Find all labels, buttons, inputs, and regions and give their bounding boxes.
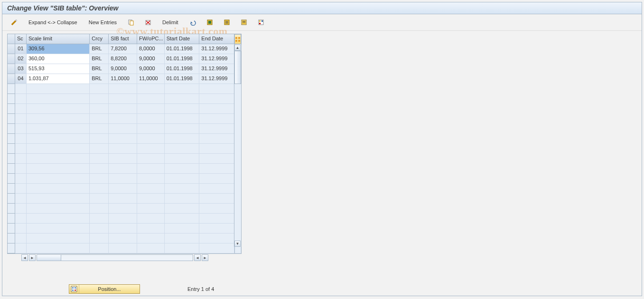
row-selector[interactable] [8,174,15,184]
row-selector[interactable] [8,224,15,234]
table-row [8,124,241,134]
cell-sib-fact: 9,0000 [109,64,137,74]
cell-sc: 02 [15,54,27,64]
cell-scale-limit[interactable]: 1.031,87 [27,74,90,84]
table-row[interactable]: 041.031,87BRL11,000011,000001.01.199831.… [8,74,241,84]
svg-rect-25 [75,287,76,289]
row-selector[interactable] [8,44,15,54]
svg-rect-17 [261,20,263,22]
row-selector[interactable] [8,124,15,134]
col-header-crcy[interactable]: Crcy [90,34,109,44]
new-entries-button[interactable]: New Entries [84,17,121,28]
row-selector[interactable] [8,84,15,94]
row-selector[interactable] [8,104,15,114]
table-row [8,94,241,104]
cell-scale-limit[interactable]: 515,93 [27,64,90,74]
col-header-sc[interactable]: Sc [15,34,27,44]
cell-end-date: 31.12.9999 [199,74,234,84]
cell-crcy: BRL [90,74,109,84]
svg-rect-16 [259,20,261,22]
cell-sib-fact: 8,8200 [109,54,137,64]
horizontal-scrollbar[interactable]: ◄ ► ◄ ► [7,254,242,262]
table-row [8,154,241,164]
cell-crcy: BRL [90,54,109,64]
row-selector[interactable] [8,204,15,214]
cell-end-date: 31.12.9999 [199,44,234,54]
row-selector[interactable] [8,214,15,224]
toolbar: Expand <-> Collapse New Entries Delimit [2,14,642,31]
deselect-all-icon[interactable] [237,17,251,28]
app-window: Change View "SIB table": Overview ©www.t… [2,2,642,296]
cell-start-date: 01.01.1998 [165,54,200,64]
position-icon [69,285,79,293]
table-row [8,243,241,253]
table-row[interactable]: 02360,00BRL8,82009,000001.01.199831.12.9… [8,54,241,64]
row-selector[interactable] [8,184,15,194]
cell-fw-opc: 9,0000 [137,54,165,64]
cell-crcy: BRL [90,64,109,74]
table-row [8,134,241,144]
toggle-edit-icon[interactable] [7,17,21,28]
row-selector[interactable] [8,144,15,154]
col-header-scale-limit[interactable]: Scale limit [27,34,90,44]
svg-rect-19 [235,37,237,39]
cell-sib-fact: 7,8200 [109,44,137,54]
scroll-right-end-icon[interactable]: ► [202,254,208,261]
row-selector[interactable] [8,234,15,243]
svg-rect-26 [72,290,74,291]
delimit-button[interactable]: Delimit [158,17,183,28]
vertical-scrollbar[interactable]: ▲ ▼ [234,45,241,247]
row-selector[interactable] [8,154,15,164]
row-selector[interactable] [8,94,15,104]
table-row[interactable]: 01309,56BRL7,82008,000001.01.199831.12.9… [8,44,241,54]
cell-start-date: 01.01.1998 [165,64,200,74]
svg-rect-27 [75,290,76,291]
select-all-icon[interactable] [203,17,217,28]
configuration-icon[interactable] [254,17,268,28]
page-title: Change View "SIB table": Overview [2,2,642,14]
svg-rect-21 [235,40,237,42]
table-settings-icon[interactable] [234,34,241,44]
col-header-end-date[interactable]: End Date [199,34,234,44]
row-selector[interactable] [8,74,15,84]
scroll-up-icon[interactable]: ▲ [234,45,241,51]
table-wrapper: Sc Scale limit Crcy SIB fact FW/oPC... S… [7,34,242,262]
row-selector[interactable] [8,164,15,174]
row-selector[interactable] [8,194,15,204]
position-button[interactable]: Position... [69,284,140,294]
scroll-left-end-icon[interactable]: ◄ [194,254,201,261]
header-selector[interactable] [8,34,15,44]
svg-rect-24 [72,287,74,289]
col-header-fw-opc[interactable]: FW/oPC... [137,34,165,44]
scroll-down-icon[interactable]: ▼ [234,241,241,247]
row-selector[interactable] [8,114,15,124]
table-row [8,84,241,94]
cell-sc: 03 [15,64,27,74]
scroll-left-icon[interactable]: ◄ [21,254,28,261]
col-header-sib-fact[interactable]: SIB fact [109,34,137,44]
cell-end-date: 31.12.9999 [199,54,234,64]
undo-icon[interactable] [186,17,200,28]
position-label: Position... [79,286,140,292]
row-selector[interactable] [8,243,15,253]
cell-scale-limit[interactable]: 360,00 [27,54,90,64]
scroll-right-icon[interactable]: ► [29,254,36,261]
cell-start-date: 01.01.1998 [165,44,200,54]
table-row [8,214,241,224]
row-selector[interactable] [8,54,15,64]
svg-rect-23 [71,286,77,292]
svg-rect-6 [208,21,211,24]
cell-fw-opc: 8,0000 [137,44,165,54]
col-header-start-date[interactable]: Start Date [165,34,200,44]
table-row [8,164,241,174]
cell-scale-limit[interactable]: 309,56 [27,44,90,54]
select-block-icon[interactable] [220,17,234,28]
cell-start-date: 01.01.1998 [165,74,200,84]
copy-icon[interactable] [124,17,138,28]
cell-end-date: 31.12.9999 [199,64,234,74]
expand-collapse-button[interactable]: Expand <-> Collapse [24,17,82,28]
row-selector[interactable] [8,134,15,144]
row-selector[interactable] [8,64,15,74]
delete-icon[interactable] [141,17,155,28]
table-row[interactable]: 03515,93BRL9,00009,000001.01.199831.12.9… [8,64,241,74]
